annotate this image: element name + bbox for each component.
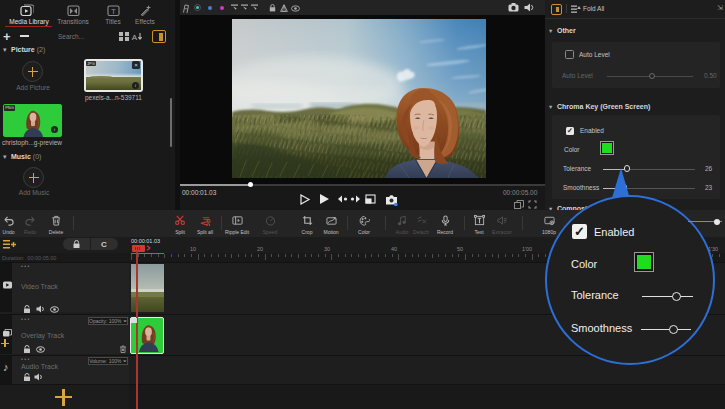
- svg-text:PNG: PNG: [5, 105, 14, 110]
- svg-text:A: A: [132, 33, 138, 42]
- svg-text:T: T: [111, 7, 116, 16]
- svg-text:JPG: JPG: [87, 61, 95, 66]
